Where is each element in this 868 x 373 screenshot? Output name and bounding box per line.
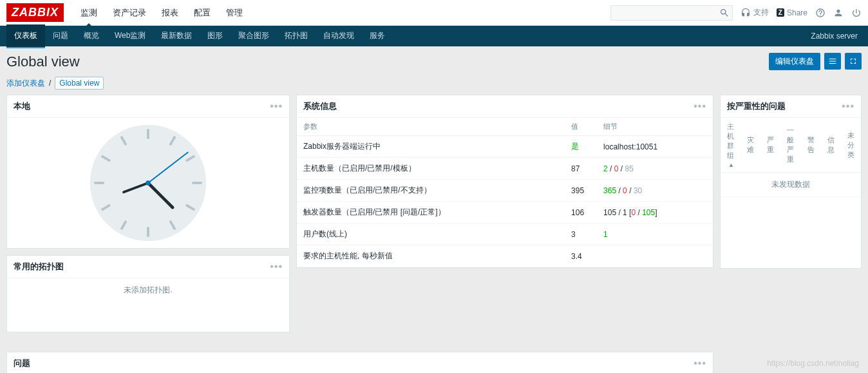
sysinfo-value: 3.4 xyxy=(565,245,597,267)
share-link[interactable]: Z Share xyxy=(777,8,807,17)
sysinfo-param: 监控项数量（已启用/已禁用/不支持） xyxy=(297,180,565,202)
severity-col-info[interactable]: 信息 xyxy=(821,118,841,173)
breadcrumb-add[interactable]: 添加仪表盘 xyxy=(6,78,45,89)
sysinfo-param: 触发器数量（已启用/已禁用 [问题/正常]） xyxy=(297,202,565,224)
maps-menu-icon[interactable]: ••• xyxy=(270,261,283,273)
sysinfo-row: Zabbix服务器端运行中是localhost:10051 xyxy=(297,136,713,158)
sysinfo-detail: 2 / 0 / 85 xyxy=(597,158,713,180)
topnav-inventory[interactable]: 资产记录 xyxy=(105,0,154,26)
clock-title: 本地 xyxy=(14,100,30,112)
search-box[interactable] xyxy=(610,5,733,21)
dashboard-list-button[interactable] xyxy=(824,53,841,70)
sysinfo-detail: 105 / 1 [0 / 105] xyxy=(597,202,713,224)
severity-col-unclassified[interactable]: 未分类 xyxy=(841,118,861,173)
headset-icon xyxy=(741,8,751,18)
clock-face-icon xyxy=(87,122,209,244)
severity-col-disaster[interactable]: 灾难 xyxy=(741,118,760,173)
sysinfo-menu-icon[interactable]: ••• xyxy=(693,100,706,112)
search-icon[interactable] xyxy=(719,8,730,18)
sysinfo-detail xyxy=(597,245,713,267)
maps-nodata: 未添加拓扑图. xyxy=(7,278,289,302)
server-label[interactable]: Zabbix server xyxy=(807,32,862,41)
subnav-web[interactable]: Web监测 xyxy=(107,24,153,48)
severity-menu-icon[interactable]: ••• xyxy=(842,100,854,112)
clock-widget: 本地 ••• xyxy=(6,95,290,249)
sysinfo-value: 87 xyxy=(565,158,597,180)
subnav-dashboard[interactable]: 仪表板 xyxy=(6,24,45,48)
sysinfo-param: Zabbix服务器端运行中 xyxy=(297,136,565,158)
sysinfo-param: 用户数(线上) xyxy=(297,224,565,245)
sysinfo-row: 主机数量（已启用/已禁用/模板）872 / 0 / 85 xyxy=(297,158,713,180)
topnav-admin[interactable]: 管理 xyxy=(218,0,250,26)
topnav-reports[interactable]: 报表 xyxy=(154,0,186,26)
share-badge-icon: Z xyxy=(777,8,784,17)
sysinfo-row: 要求的主机性能, 每秒新值3.4 xyxy=(297,245,713,267)
sysinfo-title: 系统信息 xyxy=(303,100,337,112)
fullscreen-button[interactable] xyxy=(845,53,862,70)
user-icon[interactable] xyxy=(833,8,844,18)
severity-title: 按严重性的问题 xyxy=(727,100,786,112)
subnav-overview[interactable]: 概览 xyxy=(76,24,107,48)
search-input[interactable] xyxy=(614,8,719,17)
sysinfo-widget: 系统信息 ••• 参数 值 细节 Zabbix服务器端运行中是localhost… xyxy=(296,95,713,268)
sysinfo-detail: 1 xyxy=(597,224,713,245)
severity-col-warning[interactable]: 警告 xyxy=(801,118,821,173)
sysinfo-col-value[interactable]: 值 xyxy=(565,118,597,136)
problems-menu-icon[interactable]: ••• xyxy=(693,358,706,369)
edit-dashboard-button[interactable]: 编辑仪表盘 xyxy=(769,53,820,70)
fullscreen-icon xyxy=(849,57,858,66)
sysinfo-value: 3 xyxy=(565,224,597,245)
clock-menu-icon[interactable]: ••• xyxy=(270,100,283,112)
maps-widget: 常用的拓扑图 ••• 未添加拓扑图. xyxy=(6,255,290,332)
logo[interactable]: ZABBIX xyxy=(6,3,64,22)
maps-title: 常用的拓扑图 xyxy=(14,261,64,273)
help-icon[interactable] xyxy=(815,8,826,18)
top-nav: 监测 资产记录 报表 配置 管理 xyxy=(73,0,250,26)
topnav-monitoring[interactable]: 监测 xyxy=(73,0,105,26)
sort-asc-icon: ▲ xyxy=(728,162,734,168)
severity-col-hostgroup[interactable]: 主机群组▲ xyxy=(721,118,741,173)
breadcrumb-current[interactable]: Global view xyxy=(55,77,104,90)
subnav-graphs[interactable]: 图形 xyxy=(200,24,231,48)
list-icon xyxy=(828,57,837,66)
subnav-maps[interactable]: 拓扑图 xyxy=(277,24,316,48)
sysinfo-row: 用户数(线上)31 xyxy=(297,224,713,245)
subnav-latest[interactable]: 最新数据 xyxy=(153,24,200,48)
sysinfo-row: 监控项数量（已启用/已禁用/不支持）395365 / 0 / 30 xyxy=(297,180,713,202)
subnav-services[interactable]: 服务 xyxy=(362,24,393,48)
subnav-discovery[interactable]: 自动发现 xyxy=(316,24,362,48)
subnav-problems[interactable]: 问题 xyxy=(45,24,76,48)
support-link[interactable]: 支持 xyxy=(741,7,769,18)
severity-nodata: 未发现数据 xyxy=(721,173,861,197)
subnav-screens[interactable]: 聚合图形 xyxy=(231,24,277,48)
power-icon[interactable] xyxy=(851,8,862,18)
sub-nav: 仪表板 问题 概览 Web监测 最新数据 图形 聚合图形 拓扑图 自动发现 服务 xyxy=(6,24,393,48)
sysinfo-value: 395 xyxy=(565,180,597,202)
sysinfo-table: 参数 值 细节 Zabbix服务器端运行中是localhost:10051主机数… xyxy=(297,118,713,267)
severity-table: 主机群组▲ 灾难 严重 一般严重 警告 信息 未分类 未发现数据 xyxy=(721,118,861,197)
sysinfo-param: 要求的主机性能, 每秒新值 xyxy=(297,245,565,267)
sysinfo-col-detail[interactable]: 细节 xyxy=(597,118,713,136)
breadcrumb: 添加仪表盘 / Global view xyxy=(0,74,868,95)
sysinfo-row: 触发器数量（已启用/已禁用 [问题/正常]）106105 / 1 [0 / 10… xyxy=(297,202,713,224)
severity-col-average[interactable]: 一般严重 xyxy=(780,118,800,173)
svg-point-13 xyxy=(146,180,151,186)
sysinfo-value: 是 xyxy=(565,136,597,158)
problems-title: 问题 xyxy=(14,358,30,369)
page-title: Global view xyxy=(6,53,80,70)
severity-col-high[interactable]: 严重 xyxy=(760,118,780,173)
severity-widget: 按严重性的问题 ••• 主机群组▲ 灾难 严重 一般严重 警告 信息 未分类 未… xyxy=(720,95,862,269)
sysinfo-value: 106 xyxy=(565,202,597,224)
problems-widget: 问题 ••• 时间▼ 信息 主机 问题 • 严重性 持续时间 确认 动作 标记 … xyxy=(6,352,713,373)
sysinfo-param: 主机数量（已启用/已禁用/模板） xyxy=(297,158,565,180)
topnav-config[interactable]: 配置 xyxy=(186,0,218,26)
sysinfo-detail: localhost:10051 xyxy=(597,136,713,158)
sysinfo-detail: 365 / 0 / 30 xyxy=(597,180,713,202)
sysinfo-col-param[interactable]: 参数 xyxy=(297,118,565,136)
